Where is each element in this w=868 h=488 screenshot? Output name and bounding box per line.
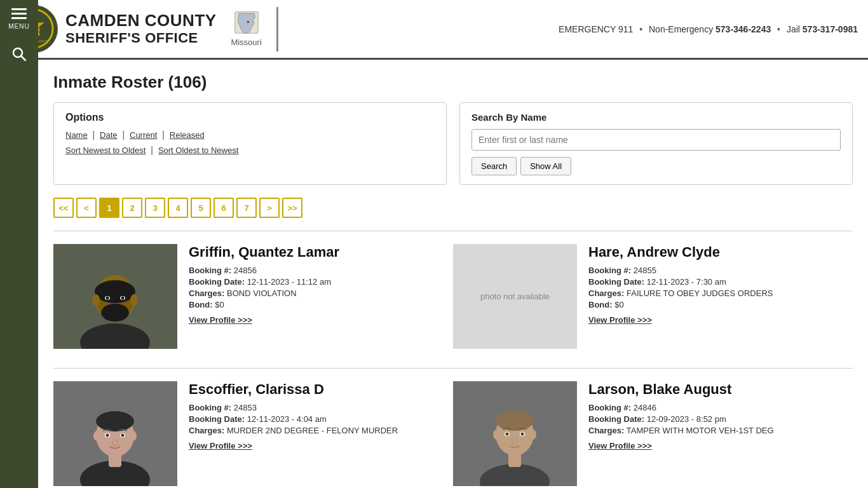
inmate-booking-num-2: Booking #: 24855 [588, 266, 853, 275]
menu-button[interactable]: MENU [0, 0, 38, 38]
state-badge: Missouri [231, 11, 262, 47]
filter-current-link[interactable]: Current [130, 130, 157, 140]
inmate-card: Griffin, Quantez Lamar Booking #: 24856 … [53, 244, 453, 349]
inmate-row: Escoffier, Clarissa D Booking #: 24853 B… [53, 381, 853, 488]
svg-point-15 [101, 304, 129, 322]
page-6[interactable]: 6 [214, 198, 234, 218]
sort-links: Sort Newest to Oldest | Sort Oldest to N… [65, 145, 435, 155]
page-title: Inmate Roster (106) [53, 72, 853, 92]
menu-label: MENU [8, 23, 29, 30]
svg-point-17 [130, 294, 138, 306]
page-3[interactable]: 3 [145, 198, 165, 218]
svg-point-21 [121, 297, 125, 300]
sidebar: MENU [0, 0, 38, 488]
inmate-booking-date-2: Booking Date: 12-11-2023 - 7:30 am [588, 277, 853, 287]
svg-point-43 [521, 433, 524, 436]
view-profile-link-4[interactable]: View Profile >>> [588, 441, 652, 451]
svg-point-32 [121, 434, 125, 437]
sidebar-search-button[interactable] [0, 38, 38, 70]
main-content: Inmate Roster (106) Options Name | Date … [38, 60, 868, 488]
inmate-booking-date-3: Booking Date: 12-11-2023 - 4:04 am [189, 414, 453, 424]
svg-point-37 [496, 410, 534, 431]
filter-links: Name | Date | Current | Released [65, 130, 435, 140]
divider-top [53, 231, 853, 231]
inmate-photo [453, 381, 577, 486]
pagination: << < 1 2 3 4 5 6 7 > >> [53, 198, 853, 218]
page-1[interactable]: 1 [99, 198, 119, 218]
inmate-photo-placeholder: photo not available [453, 244, 577, 349]
page-next[interactable]: > [259, 198, 280, 218]
agency-name: CAMDEN COUNTY SHERIFF'S OFFICE [65, 11, 217, 46]
sort-newest-link[interactable]: Sort Newest to Oldest [65, 146, 146, 155]
inmate-booking-num-1: Booking #: 24856 [189, 266, 453, 275]
inmate-info: Hare, Andrew Clyde Booking #: 24855 Book… [588, 244, 853, 349]
filter-date-link[interactable]: Date [100, 130, 117, 140]
page-prev[interactable]: < [76, 198, 97, 218]
svg-point-28 [129, 431, 137, 441]
search-input[interactable] [471, 129, 841, 151]
svg-point-31 [106, 434, 109, 437]
page-2[interactable]: 2 [122, 198, 142, 218]
emergency-label: EMERGENCY 911 [559, 24, 633, 34]
options-box: Options Name | Date | Current | Released… [53, 102, 447, 185]
page-first[interactable]: << [53, 198, 74, 218]
inmate-name-2: Hare, Andrew Clyde [588, 244, 853, 261]
inmate-info: Escoffier, Clarissa D Booking #: 24853 B… [189, 381, 453, 486]
agency-name-line2: SHERIFF'S OFFICE [65, 30, 217, 46]
jail-label: Jail [787, 24, 800, 34]
svg-point-38 [493, 430, 501, 440]
page-4[interactable]: 4 [168, 198, 188, 218]
page-last[interactable]: >> [282, 198, 302, 218]
view-profile-link-2[interactable]: View Profile >>> [588, 315, 652, 325]
inmate-charges-2: Charges: FAILURE TO OBEY JUDGES ORDERS [588, 288, 853, 298]
state-label: Missouri [231, 37, 261, 47]
search-btn-row: Search Show All [471, 157, 841, 175]
search-button[interactable]: Search [471, 157, 517, 175]
svg-point-14 [95, 280, 135, 303]
svg-point-8 [247, 21, 248, 23]
inmate-name-4: Larson, Blake August [588, 381, 853, 398]
inmate-list: Griffin, Quantez Lamar Booking #: 24856 … [53, 244, 853, 488]
inmate-bond-1: Bond: $0 [189, 300, 453, 309]
inmate-name-3: Escoffier, Clarissa D [189, 381, 453, 398]
inmate-booking-date-1: Booking Date: 12-11-2023 - 11:12 am [189, 277, 453, 287]
inmate-card: photo not available Hare, Andrew Clyde B… [453, 244, 853, 349]
options-search-row: Options Name | Date | Current | Released… [53, 102, 853, 185]
inmate-charges-3: Charges: MURDER 2ND DEGREE - FELONY MURD… [189, 426, 453, 435]
header-divider [276, 7, 278, 51]
svg-line-1 [22, 57, 26, 61]
inmate-booking-num-4: Booking #: 24846 [588, 403, 853, 412]
inmate-row: Griffin, Quantez Lamar Booking #: 24856 … [53, 244, 853, 362]
divider-mid [53, 368, 853, 369]
inmate-charges-1: Charges: BOND VIOLATION [189, 288, 453, 298]
show-all-button[interactable]: Show All [520, 157, 571, 175]
page-7[interactable]: 7 [236, 198, 257, 218]
inmate-card: Larson, Blake August Booking #: 24846 Bo… [453, 381, 853, 486]
filter-name-link[interactable]: Name [65, 130, 88, 140]
inmate-booking-date-4: Booking Date: 12-09-2023 - 8:52 pm [588, 414, 853, 424]
no-photo-text: photo not available [480, 292, 550, 301]
svg-point-27 [93, 431, 101, 441]
view-profile-link-1[interactable]: View Profile >>> [189, 315, 252, 325]
inmate-booking-num-3: Booking #: 24853 [189, 403, 453, 412]
jail-number: 573-317-0981 [803, 24, 858, 34]
site-header: CCSO CAMDEN COUNTY CAMDEN COUNTY SHERIFF… [0, 0, 868, 60]
sort-oldest-link[interactable]: Sort Oldest to Newest [158, 146, 238, 155]
inmate-info: Griffin, Quantez Lamar Booking #: 24856 … [189, 244, 453, 349]
page-5[interactable]: 5 [191, 198, 211, 218]
separator2: • [777, 24, 780, 34]
inmate-card: Escoffier, Clarissa D Booking #: 24853 B… [53, 381, 453, 486]
filter-released-link[interactable]: Released [170, 130, 205, 140]
agency-name-line1: CAMDEN COUNTY [65, 11, 217, 30]
inmate-photo [53, 244, 177, 349]
non-emergency-label: Non-Emergency [649, 24, 713, 34]
inmate-info: Larson, Blake August Booking #: 24846 Bo… [588, 381, 853, 486]
header-left: CCSO CAMDEN COUNTY CAMDEN COUNTY SHERIFF… [10, 5, 285, 53]
search-title: Search By Name [471, 112, 841, 123]
svg-point-39 [529, 430, 536, 440]
inmate-name-1: Griffin, Quantez Lamar [189, 244, 453, 261]
svg-point-26 [96, 411, 134, 431]
svg-point-42 [506, 433, 509, 436]
view-profile-link-3[interactable]: View Profile >>> [189, 441, 252, 451]
separator1: • [639, 24, 642, 34]
